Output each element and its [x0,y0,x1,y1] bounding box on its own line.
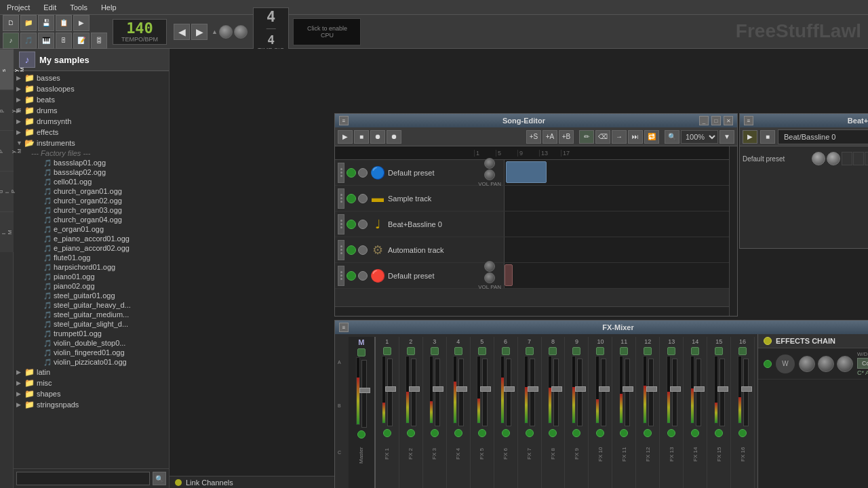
browser-search-input[interactable] [16,472,150,485]
fx-mixer-titlebar[interactable]: ≡ FX-Mixer _ ✕ [335,321,868,334]
effects-chain-dot[interactable] [764,337,772,345]
fx-fader-12[interactable] [648,359,654,426]
fx-master-send[interactable] [357,348,366,357]
song-editor-min-btn[interactable]: _ [699,116,709,125]
track-grey-3[interactable] [358,220,368,229]
fx-send-9[interactable] [572,347,580,355]
track-green-5[interactable] [347,271,356,281]
file-tree[interactable]: ▶ 📁 basses ▶ 📁 bassloopes ▶ 📁 beats ▶ 📁 … [14,71,169,468]
track-vol-knob-1[interactable] [484,158,495,169]
file-steel-guitar-medium[interactable]: 🎵steel_guitar_medium... [15,310,167,319]
fx-send-10[interactable] [596,347,604,355]
track-pan-knob-5[interactable] [484,272,495,283]
fx-dot-5[interactable] [478,429,486,437]
effect-knob-decay[interactable] [818,356,834,372]
zoom-select[interactable]: 100% 200% 50% [681,130,718,144]
fx-thumb-7[interactable] [528,386,538,392]
track-area-3[interactable] [505,211,729,237]
fx-fader-master[interactable] [361,360,367,428]
song-editor-menu-btn[interactable]: ≡ [339,116,349,125]
tempo-down-btn[interactable]: ◀ [174,24,190,40]
track-green-4[interactable] [347,245,356,255]
track-green-1[interactable] [347,168,356,178]
master-pitch-knob[interactable] [234,25,248,39]
file-bassslap01[interactable]: 🎵bassslap01.ogg [15,158,167,167]
fx-thumb-4[interactable] [456,386,467,392]
fx-mixer-menu-btn[interactable]: ≡ [339,323,349,332]
track-area-1[interactable] [505,160,729,185]
beat-knob-pan-1[interactable] [827,152,840,165]
fx-dot-15[interactable] [715,429,723,437]
file-church-organ03[interactable]: 🎵church_organ03.ogg [15,205,167,215]
file-cello01[interactable]: 🎵cello01.ogg [15,177,167,186]
file-violin-fingered[interactable]: 🎵violin_fingered01.ogg [15,348,167,357]
folder-drums[interactable]: ▶ 📁 drums [15,105,167,116]
plugins-tab[interactable]: Plu [0,171,14,211]
folder-stringsnpads[interactable]: ▶ 📁 stringsnpads [15,399,167,410]
expand-misc[interactable]: ▶ [16,380,24,386]
track-vol-knob-5[interactable] [484,261,495,272]
file-steel-guitar01[interactable]: 🎵steel_guitar01.ogg [15,291,167,300]
beat-channel-select[interactable]: Beat/Bassline 0 [778,129,868,144]
fx-send-5[interactable] [478,347,486,355]
file-piano02[interactable]: 🎵piano02.ogg [15,281,167,291]
track-grey-5[interactable] [358,271,368,281]
fx-fader-6[interactable] [506,359,511,426]
fx-thumb-8[interactable] [551,386,562,392]
fx-fader-10[interactable] [601,359,606,426]
fx-fader-13[interactable] [672,359,677,426]
new-btn[interactable]: 🗋 [3,15,19,31]
beat-editor-menu-btn[interactable]: ≡ [744,116,753,125]
fx-master-green[interactable] [357,430,366,439]
track-green-3[interactable] [347,220,356,229]
fx-send-3[interactable] [431,347,439,355]
my-presets-tab[interactable]: MyPr [0,130,14,171]
track-block-5[interactable] [505,264,513,286]
fx-fader-8[interactable] [553,359,559,426]
fx-dot-10[interactable] [596,429,604,437]
effect-knob-gate[interactable] [837,356,853,372]
fx-fader-9[interactable] [577,359,583,426]
song-editor-max-btn[interactable]: □ [711,116,721,125]
fx-dot-2[interactable] [407,429,415,437]
expand-drumsynth[interactable]: ▶ [16,118,24,125]
expand-beats[interactable]: ▶ [16,96,24,103]
folder-beats[interactable]: ▶ 📁 beats [15,94,167,105]
effect-ampvts[interactable]: W W/D DECAY GATE [758,348,868,380]
expand-shapes[interactable]: ▶ [16,390,24,397]
fx-fader-1[interactable] [387,359,393,426]
track-area-2[interactable] [505,186,729,211]
fx-thumb-15[interactable] [717,386,728,392]
track-area-5[interactable] [505,263,729,288]
track-drag-5[interactable] [338,266,344,286]
skip-fwd-btn[interactable]: ⏭ [628,130,643,144]
expand-latin[interactable]: ▶ [16,369,24,375]
file-violin-pizzicato[interactable]: 🎵violin_pizzicato01.ogg [15,357,167,367]
fx-thumb-2[interactable] [409,386,420,392]
fx-dot-7[interactable] [526,429,534,437]
folder-instruments[interactable]: ▼ 📂 instruments [15,138,167,148]
file-e-organ01[interactable]: 🎵e_organ01.ogg [15,224,167,234]
fx-thumb-3[interactable] [433,386,443,392]
fx-dot-6[interactable] [502,429,510,437]
file-violin-double[interactable]: 🎵violin_double_stop0... [15,338,167,348]
add-auto-track-btn[interactable]: +A [542,130,557,144]
beat-cell-1-3[interactable] [865,152,868,165]
fx-send-16[interactable] [738,347,747,355]
file-church-organ01[interactable]: 🎵church_organ01.ogg [15,186,167,196]
cpu-area[interactable]: Click to enable CPU [293,18,361,45]
save-btn[interactable]: 💾 [38,15,54,31]
fx-send-1[interactable] [383,347,391,355]
loop-btn[interactable]: 🔁 [644,130,659,144]
folder-shapes[interactable]: ▶ 📁 shapes [15,388,167,399]
fx-dot-11[interactable] [620,429,628,437]
expand-instruments[interactable]: ▼ [16,140,24,146]
track-grey-4[interactable] [358,245,368,255]
fx-dot-8[interactable] [549,429,557,437]
menu-edit[interactable]: Edit [37,2,63,13]
expand-stringsnpads[interactable]: ▶ [16,401,24,408]
midi-tab[interactable]: MI [0,211,14,252]
fx-dot-12[interactable] [644,429,652,437]
fx-dot-14[interactable] [691,429,699,437]
record-while-play-btn[interactable]: ⏺ [387,130,401,144]
